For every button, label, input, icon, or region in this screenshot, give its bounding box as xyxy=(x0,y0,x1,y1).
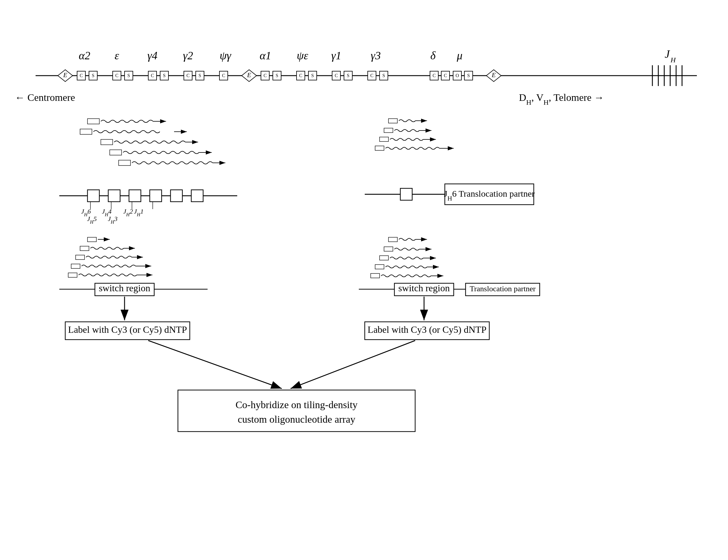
svg-text:JH3: JH3 xyxy=(108,215,117,225)
svg-rect-134 xyxy=(371,273,379,278)
svg-text:S: S xyxy=(199,73,201,78)
svg-rect-72 xyxy=(80,129,92,134)
svg-text:C: C xyxy=(370,73,373,78)
svg-line-142 xyxy=(148,341,282,389)
svg-rect-81 xyxy=(88,190,99,202)
svg-rect-99 xyxy=(80,246,89,251)
svg-text:E: E xyxy=(491,71,496,79)
switch-region-right-label: switch region xyxy=(398,283,449,293)
svg-text:α2: α2 xyxy=(79,49,90,62)
svg-text:S: S xyxy=(312,73,314,78)
svg-text:C: C xyxy=(299,73,303,78)
svg-rect-132 xyxy=(375,265,384,269)
svg-text:ψε: ψε xyxy=(297,49,309,62)
svg-text:C: C xyxy=(115,73,119,78)
svg-rect-83 xyxy=(129,190,141,202)
svg-text:C: C xyxy=(335,73,338,78)
svg-text:O: O xyxy=(455,73,459,78)
co-hybridize-line2: custom oligonucleotide array xyxy=(238,414,356,425)
svg-rect-114 xyxy=(388,119,397,123)
svg-text:γ2: γ2 xyxy=(183,49,193,62)
svg-rect-78 xyxy=(119,160,131,166)
svg-rect-82 xyxy=(108,190,120,202)
svg-rect-70 xyxy=(88,119,99,124)
svg-text:C: C xyxy=(222,73,225,78)
svg-text:γ3: γ3 xyxy=(371,49,381,62)
svg-rect-85 xyxy=(171,190,182,202)
svg-text:S: S xyxy=(347,73,350,78)
svg-text:C: C xyxy=(433,73,436,78)
svg-text:μ: μ xyxy=(456,49,462,62)
label-cy3-right: Label with Cy3 (or Cy5) dNTP xyxy=(368,324,487,335)
svg-rect-76 xyxy=(110,150,122,155)
switch-region-left-label: switch region xyxy=(99,283,150,293)
svg-rect-123 xyxy=(400,188,412,200)
svg-text:δ: δ xyxy=(430,49,436,62)
svg-text:H: H xyxy=(670,56,676,64)
svg-text:E: E xyxy=(63,71,67,79)
svg-text:C: C xyxy=(444,73,447,78)
svg-text:S: S xyxy=(163,73,166,78)
svg-text:C: C xyxy=(187,73,190,78)
svg-line-143 xyxy=(291,341,415,389)
svg-text:C: C xyxy=(264,73,267,78)
svg-text:← Centromere: ← Centromere xyxy=(15,92,75,103)
svg-rect-120 xyxy=(375,146,384,150)
svg-rect-130 xyxy=(379,256,388,260)
svg-text:S: S xyxy=(467,73,470,78)
svg-text:JH1: JH1 xyxy=(134,208,144,217)
translocation-partner-label: Translocation partner xyxy=(470,284,535,293)
svg-text:ψγ: ψγ xyxy=(220,49,232,62)
co-hybridize-line1: Co-hybridize on tiling-density xyxy=(236,399,358,410)
svg-rect-105 xyxy=(68,273,77,277)
svg-rect-116 xyxy=(384,128,393,133)
svg-text:E: E xyxy=(247,71,251,79)
svg-text:S: S xyxy=(382,73,385,78)
svg-rect-128 xyxy=(384,247,393,251)
label-cy3-left: Label with Cy3 (or Cy5) dNTP xyxy=(68,324,187,335)
svg-rect-86 xyxy=(191,190,203,202)
svg-text:S: S xyxy=(128,73,130,78)
svg-text:C: C xyxy=(80,73,83,78)
svg-text:γ4: γ4 xyxy=(147,49,158,62)
svg-text:JH5: JH5 xyxy=(87,215,97,225)
svg-rect-118 xyxy=(379,137,388,141)
main-diagram: E C S C S C S C S C E C S C S C S C S C … xyxy=(0,0,728,560)
svg-text:JH2: JH2 xyxy=(123,208,133,217)
svg-rect-103 xyxy=(71,264,80,268)
svg-rect-97 xyxy=(88,237,96,242)
svg-text:ε: ε xyxy=(115,49,119,62)
svg-rect-84 xyxy=(150,190,162,202)
svg-rect-144 xyxy=(178,390,415,432)
svg-text:γ1: γ1 xyxy=(331,49,341,62)
svg-text:J: J xyxy=(665,48,670,60)
svg-text:C: C xyxy=(151,73,154,78)
svg-rect-74 xyxy=(101,139,113,145)
svg-rect-101 xyxy=(76,255,85,260)
svg-text:S: S xyxy=(92,73,95,78)
svg-text:DH, VH, Telomere →: DH, VH, Telomere → xyxy=(519,92,604,106)
svg-text:α1: α1 xyxy=(260,49,271,62)
svg-text:S: S xyxy=(276,73,279,78)
svg-rect-126 xyxy=(388,237,397,242)
